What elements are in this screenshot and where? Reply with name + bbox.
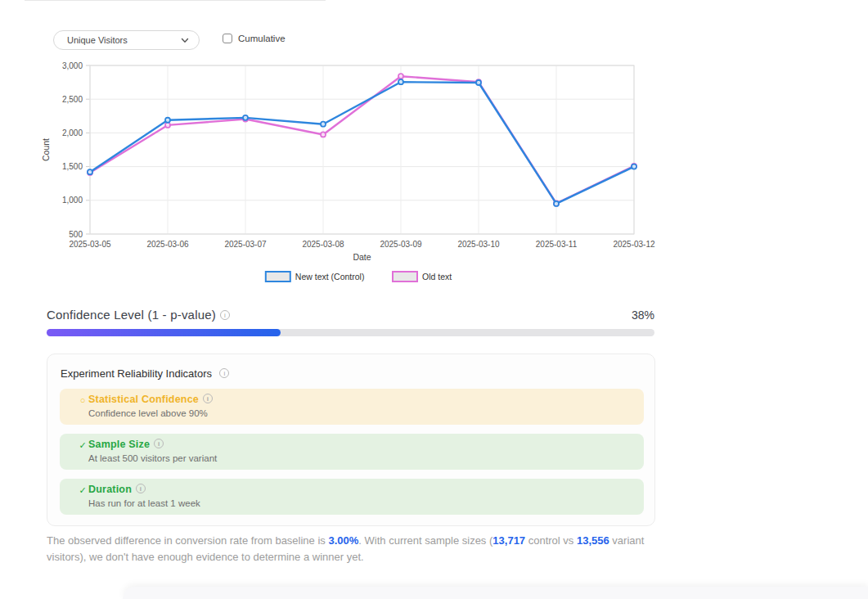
indicator-title: Statistical Confidence [88,394,213,405]
data-point [321,132,326,137]
indicator-sample-size: ✓ Sample Size At least 500 visitors per … [60,434,644,470]
data-point [165,123,170,128]
plot-border [90,65,634,234]
panel-title: Experiment Reliability Indicators [61,367,212,380]
info-icon[interactable] [136,484,146,493]
x-axis-title: Date [353,252,371,262]
legend-item[interactable]: Old text [393,272,452,281]
y-axis-title: Count [41,138,51,161]
data-point [398,79,403,84]
indicator-duration: ✓ Duration Has run for at least 1 week [60,479,644,515]
x-tick-label: 2025-03-12 [613,240,655,249]
next-section-card-edge [123,587,868,599]
confidence-title: Confidence Level (1 - p-value) [47,308,216,322]
indicator-title: Sample Size [88,439,164,450]
experiment-results-page: Unique Visitors Cumulative 5001,0001,500… [0,0,868,599]
info-icon[interactable] [219,368,229,378]
data-point [398,74,403,79]
y-tick-label: 2,500 [62,95,83,104]
chevron-down-icon [181,38,189,43]
cumulative-label: Cumulative [238,34,286,43]
indicator-description: Has run for at least 1 week [88,498,200,508]
legend-swatch [393,272,417,281]
x-tick-label: 2025-03-10 [457,240,500,249]
y-tick-label: 3,000 [62,61,83,70]
data-point [476,80,481,85]
series-line [90,76,634,203]
confidence-header: Confidence Level (1 - p-value) 38% [47,308,654,322]
x-tick-label: 2025-03-06 [146,240,189,249]
y-tick-label: 1,500 [62,162,83,171]
x-tick-label: 2025-03-08 [302,240,344,249]
info-icon[interactable] [220,310,230,320]
data-point [243,115,248,120]
reliability-indicators-panel: Experiment Reliability Indicators ○ Stat… [47,354,655,526]
check-icon: ✓ [76,440,89,451]
metric-dropdown[interactable]: Unique Visitors [53,30,200,50]
confidence-progress-track [47,329,654,336]
panel-title-row: Experiment Reliability Indicators [61,366,229,381]
top-divider [25,0,326,1]
info-icon[interactable] [154,439,164,448]
indicator-description: At least 500 visitors per variant [88,453,217,463]
confidence-progress-fill [47,329,281,336]
data-point [165,118,170,123]
x-tick-label: 2025-03-05 [69,240,111,249]
data-point [554,201,559,206]
info-icon[interactable] [203,394,213,403]
y-tick-label: 500 [69,230,83,239]
cumulative-checkbox[interactable] [223,34,232,43]
confidence-percentage: 38% [632,309,654,322]
data-point [88,169,92,174]
x-tick-label: 2025-03-07 [224,240,267,249]
data-point [321,122,326,127]
legend-label: Old text [422,272,452,281]
metric-dropdown-value: Unique Visitors [67,35,128,45]
indicator-statistical-confidence: ○ Statistical Confidence Confidence leve… [60,389,644,425]
indicator-description: Confidence level above 90% [88,408,208,418]
visitors-line-chart: 5001,0001,5002,0002,5003,0002025-03-0520… [25,54,671,293]
legend-swatch [266,272,290,281]
y-tick-label: 2,000 [62,128,83,137]
y-tick-label: 1,000 [62,196,83,205]
x-tick-label: 2025-03-11 [536,240,578,249]
indicator-title: Duration [88,484,146,495]
x-tick-label: 2025-03-09 [380,240,422,249]
cumulative-control: Cumulative [223,34,286,43]
chart-legend: New text (Control)Old text [266,272,452,281]
legend-label: New text (Control) [295,272,365,281]
data-point [632,164,636,169]
series-line [90,82,634,204]
result-summary-text: The observed difference in conversion ra… [47,533,659,565]
check-icon: ✓ [76,485,89,496]
pending-circle-icon: ○ [76,395,89,405]
legend-item[interactable]: New text (Control) [266,272,365,281]
